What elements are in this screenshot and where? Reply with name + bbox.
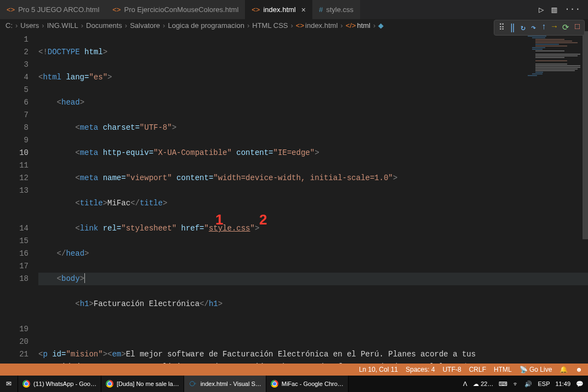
- minimap[interactable]: [528, 34, 580, 89]
- step-into-icon[interactable]: ↷: [531, 22, 536, 33]
- more-icon[interactable]: ···: [564, 4, 580, 15]
- mail-icon: ✉: [4, 379, 13, 388]
- statusbar: Ln 10, Col 11 Spaces: 4 UTF-8 CRLF HTML …: [0, 364, 588, 376]
- drag-handle-icon[interactable]: ⠿: [499, 22, 505, 33]
- pause-icon[interactable]: ‖: [510, 22, 515, 33]
- broadcast-icon: 📡: [520, 366, 528, 373]
- wifi-icon[interactable]: ᯤ: [513, 381, 519, 387]
- html-icon: <>: [7, 5, 15, 14]
- taskbar-chrome-duda[interactable]: [Duda] No me sale la…: [101, 376, 184, 392]
- html-icon: <>: [252, 5, 260, 14]
- chrome-icon: [271, 380, 278, 388]
- step-over-icon[interactable]: ↻: [521, 22, 526, 33]
- tray-overflow-icon[interactable]: ᐱ: [463, 381, 467, 388]
- tab-label: index.html: [263, 5, 295, 14]
- code-area[interactable]: <!DOCTYPE html> <html lang="es"> <head> …: [38, 31, 588, 365]
- split-editor-icon[interactable]: ▥: [552, 4, 557, 15]
- step-out-icon[interactable]: ↑: [541, 22, 546, 33]
- symbol-icon: ◆: [378, 21, 384, 30]
- tab-label: style.css: [326, 5, 353, 14]
- bc-symbol[interactable]: html: [357, 21, 370, 30]
- editor[interactable]: 1 2 3 4 5 6 7 8 9 10 11 12 13 14 15 16 1…: [0, 31, 588, 365]
- annotation-2: 2: [259, 214, 267, 226]
- run-icon[interactable]: ▷: [539, 4, 544, 15]
- tab-actions: ▷ ▥ ···: [539, 4, 588, 15]
- close-icon[interactable]: ×: [301, 5, 306, 14]
- input-icon[interactable]: ⌨: [499, 381, 507, 388]
- language-mode[interactable]: HTML: [494, 366, 512, 373]
- bc-part[interactable]: Users: [20, 21, 39, 30]
- go-live-button[interactable]: 📡 Go Live: [520, 366, 552, 373]
- language-indicator[interactable]: ESP: [538, 381, 550, 387]
- chrome-icon: [22, 380, 30, 388]
- html-icon: <>: [112, 5, 121, 14]
- stop-icon[interactable]: □: [575, 22, 580, 33]
- bc-part[interactable]: Documents: [86, 21, 122, 30]
- windows-taskbar: ✉ (11) WhatsApp - Goo… [Duda] No me sale…: [0, 376, 588, 392]
- tab-file-4[interactable]: # style.css: [312, 0, 360, 19]
- editor-tabs-bar: <> Pro 5 JUEGO ARCO.html <> Pro Ejercici…: [0, 0, 588, 19]
- vscode-icon: ⧂: [189, 379, 197, 388]
- scrollbar-thumb[interactable]: [583, 31, 588, 239]
- bc-part[interactable]: ING.WILL: [47, 21, 78, 30]
- bc-part[interactable]: C:: [5, 21, 13, 30]
- taskbar-whatsapp[interactable]: (11) WhatsApp - Goo…: [18, 376, 101, 392]
- system-tray: ᐱ ☁ 22… ⌨ ᯤ 🔊 ESP 11:49 💬: [463, 381, 588, 388]
- indentation[interactable]: Spaces: 4: [406, 366, 435, 373]
- cursor-position[interactable]: Ln 10, Col 11: [359, 366, 398, 373]
- line-gutter: 1 2 3 4 5 6 7 8 9 10 11 12 13 14 15 16 1…: [0, 31, 38, 365]
- eol[interactable]: CRLF: [469, 366, 486, 373]
- annotation-1: 1: [215, 214, 223, 226]
- notifications-icon[interactable]: 🔔: [560, 366, 568, 373]
- restart-icon[interactable]: ⟳: [562, 22, 569, 33]
- taskbar-label: MiFac - Google Chro…: [282, 381, 344, 387]
- taskbar-chrome-mifac[interactable]: MiFac - Google Chro…: [266, 376, 349, 392]
- css-icon: #: [319, 5, 323, 14]
- debug-toolbar[interactable]: ⠿ ‖ ↻ ↷ ↑ → ⟳ □: [494, 20, 585, 36]
- action-center-icon[interactable]: 💬: [576, 381, 584, 388]
- chrome-icon: [106, 380, 113, 388]
- continue-icon[interactable]: →: [552, 22, 557, 33]
- tab-label: Pro 5 JUEGO ARCO.html: [18, 5, 99, 14]
- taskbar-label: index.html - Visual S…: [201, 381, 261, 387]
- taskbar-label: [Duda] No me sale la…: [117, 381, 179, 387]
- taskbar-mail[interactable]: ✉: [0, 376, 18, 392]
- html-icon: <>: [296, 21, 304, 30]
- clock[interactable]: 11:49: [555, 381, 570, 387]
- feedback-icon[interactable]: ☻: [575, 366, 583, 373]
- bc-file[interactable]: index.html: [305, 21, 338, 30]
- tab-file-3-active[interactable]: <> index.html ×: [245, 0, 312, 19]
- bc-part[interactable]: Salvatore: [130, 21, 160, 30]
- tab-file-2[interactable]: <> Pro EjercicioConMouseColores.html: [106, 0, 245, 19]
- encoding[interactable]: UTF-8: [443, 366, 461, 373]
- bc-part[interactable]: HTML CSS: [252, 21, 288, 30]
- taskbar-vscode[interactable]: ⧂ index.html - Visual S…: [184, 376, 266, 392]
- sound-icon[interactable]: 🔊: [524, 381, 532, 388]
- weather-widget[interactable]: ☁ 22…: [473, 381, 493, 388]
- tab-label: Pro EjercicioConMouseColores.html: [124, 5, 238, 14]
- bc-part[interactable]: Logica de programacion: [168, 21, 244, 30]
- taskbar-label: (11) WhatsApp - Goo…: [33, 381, 96, 387]
- vertical-scrollbar[interactable]: [580, 31, 588, 365]
- tab-file-1[interactable]: <> Pro 5 JUEGO ARCO.html: [0, 0, 106, 19]
- code-icon: </>: [346, 21, 356, 30]
